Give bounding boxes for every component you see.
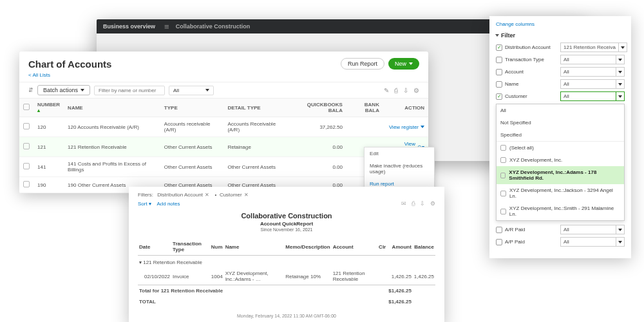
row-checkbox[interactable] [23,163,30,169]
menu-make-inactive[interactable]: Make inactive (reduces usage) [365,160,434,178]
dropdown-option[interactable]: XYZ Development, Inc.:Smith - 291 Malami… [497,202,624,220]
col-clr[interactable]: Clr [377,238,387,256]
filter-panel: Change columns Filter Distribution Accou… [489,16,631,258]
filter-row-transaction-type: Transaction Type All [496,55,625,64]
change-columns-link[interactable]: Change columns [496,21,625,27]
col-ttype[interactable]: Transaction Type [171,238,210,256]
menu-edit[interactable]: Edit [365,147,434,160]
export-icon[interactable]: ⇩ [403,87,408,94]
col-balance[interactable]: Balance [413,238,435,256]
filter-select[interactable]: All [560,79,616,89]
gear-icon[interactable]: ⚙ [413,87,419,94]
chevron-down-icon[interactable] [616,225,625,234]
filter-select[interactable]: All [560,55,616,64]
col-date[interactable]: Date [138,238,171,256]
view-register-link[interactable]: View register [387,124,424,130]
dropdown-option[interactable]: Specified [497,129,624,141]
page-title: Chart of Accounts [28,59,111,70]
chevron-down-icon[interactable] [616,79,625,89]
filter-row-customer: Customer All [496,91,625,101]
chevron-down-icon[interactable] [618,43,627,52]
business-overview-label: Business overview [103,23,155,30]
chevron-down-icon[interactable] [616,55,625,64]
filter-select[interactable]: All [560,225,616,234]
email-icon[interactable]: ✉ [401,200,406,207]
report-daterange: Since November 16, 2021 [138,227,435,232]
option-checkbox [500,191,506,196]
col-bank[interactable]: BANK BALA [346,99,383,117]
export-icon[interactable]: ⇩ [420,200,425,207]
col-name[interactable]: NAME [64,99,160,117]
col-number[interactable]: NUMBER ▴ [33,99,64,117]
filter-select[interactable]: 121 Retention Receiva [560,43,618,52]
group-header[interactable]: ▾ 121 Retention Receivable [138,256,435,269]
chevron-down-icon [205,89,209,91]
row-checkbox[interactable] [23,143,30,149]
select-all-checkbox[interactable] [23,104,30,110]
table-row[interactable]: 120 120 Accounts Receivable (A/R) Accoun… [19,117,428,137]
dropdown-option[interactable]: XYZ Development, Inc. [497,154,624,166]
bg-company-name: Collaborative Construction [176,23,251,30]
col-qb[interactable]: QUICKBOOKS BALA [289,99,346,117]
filter-checkbox[interactable] [496,81,502,88]
collapse-icon[interactable]: ⇵ [28,87,33,93]
row-action-menu: Edit Make inactive (reduces usage) Run r… [364,147,435,191]
col-memo[interactable]: Memo/Description [284,238,331,256]
print-icon[interactable]: ⎙ [412,200,415,207]
dropdown-option-selected[interactable]: XYZ Development, Inc.:Adams - 178 Smithf… [497,166,624,184]
row-checkbox[interactable] [23,123,30,129]
chevron-down-icon [495,34,499,37]
chevron-down-icon[interactable] [616,91,625,101]
quickreport-panel: Filters: Distribution Account ✕ • Custom… [129,187,444,322]
dropdown-option[interactable]: XYZ Development, Inc.:Jackson - 3294 Ang… [497,184,624,202]
filter-select[interactable]: All [560,91,616,101]
filter-select[interactable]: All [560,237,616,247]
col-num[interactable]: Num [210,238,224,256]
filter-all-select[interactable]: All [169,86,214,95]
col-detail[interactable]: DETAIL TYPE [223,99,289,117]
report-filters-bar: Filters: Distribution Account ✕ • Custom… [138,192,435,198]
dropdown-option[interactable]: All [497,104,624,117]
run-report-button[interactable]: Run Report [341,58,384,70]
dropdown-option[interactable]: Not Specified [497,117,624,129]
col-type[interactable]: TYPE [160,99,224,117]
col-name[interactable]: Name [224,238,285,256]
col-acct[interactable]: Account [332,238,377,256]
row-checkbox[interactable] [23,181,30,187]
filter-select[interactable]: All [560,67,616,77]
batch-actions-button[interactable]: Batch actions [37,85,90,95]
filter-section-header[interactable]: Filter [496,32,625,39]
sort-button[interactable]: Sort ▾ [138,201,151,207]
grand-total-row: TOTAL $1,426.25 [138,296,435,307]
close-icon[interactable]: ✕ [243,192,249,198]
filter-checkbox[interactable] [496,69,502,75]
new-button[interactable]: New [388,58,419,70]
filter-row-ar-paid: A/R Paid All [496,225,625,234]
filter-checkbox[interactable] [496,93,502,100]
filter-chip[interactable]: Distribution Account ✕ [157,192,209,198]
print-icon[interactable]: ⎙ [394,87,398,94]
customer-dropdown: All Not Specified Specified (Select all)… [496,104,625,221]
add-notes-link[interactable]: Add notes [156,201,180,207]
col-action[interactable]: ACTION [383,99,428,117]
chevron-down-icon [421,126,424,128]
chevron-down-icon[interactable] [616,67,625,77]
col-amount[interactable]: Amount [387,238,413,256]
chevron-down-icon[interactable] [616,237,625,247]
filter-checkbox[interactable] [496,57,502,63]
search-input[interactable] [94,86,165,95]
filter-checkbox[interactable] [496,227,502,233]
pencil-icon[interactable]: ✎ [384,87,389,94]
filter-chip[interactable]: Customer ✕ [220,192,249,198]
option-checkbox [500,145,506,151]
all-lists-link[interactable]: < All Lists [19,72,428,82]
report-table: Date Transaction Type Num Name Memo/Desc… [138,238,435,307]
report-timestamp: Monday, February 14, 2022 11:30 AM GMT-0… [138,314,435,318]
filter-checkbox[interactable] [496,239,502,245]
hamburger-icon[interactable]: ≡ [164,22,169,32]
close-icon[interactable]: ✕ [204,192,209,198]
dropdown-option[interactable]: (Select all) [497,141,624,154]
gear-icon[interactable]: ⚙ [430,200,435,207]
filter-checkbox[interactable] [496,44,502,51]
report-row[interactable]: 02/10/2022 Invoice 1004 XYZ Development,… [138,268,435,285]
